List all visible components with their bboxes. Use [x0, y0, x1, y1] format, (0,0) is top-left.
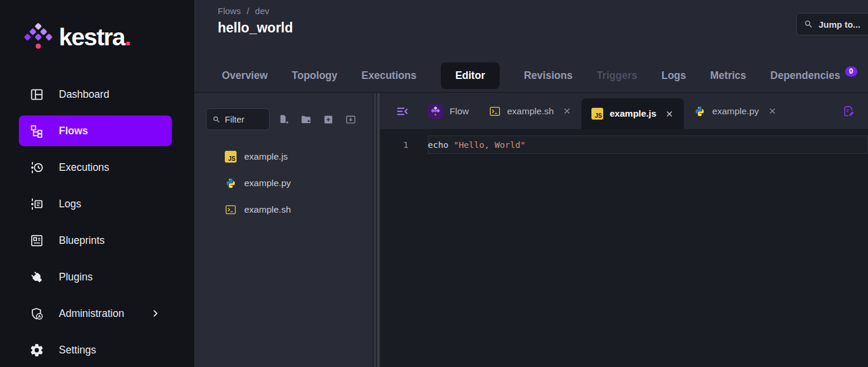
- sidebar-item-administration[interactable]: Administration: [19, 298, 172, 329]
- file-explorer-toolbar: [206, 108, 373, 130]
- new-file-icon[interactable]: [278, 114, 290, 125]
- main-area: Flows / dev hello_world Jump to... Overv…: [194, 0, 868, 367]
- chevron-right-icon: [149, 308, 161, 319]
- shell-file-icon: [489, 105, 501, 117]
- shell-file-icon: [225, 204, 237, 216]
- filter-input[interactable]: [225, 114, 261, 124]
- editor-tab-flow[interactable]: Flow: [418, 93, 479, 129]
- collapse-sidebar-icon[interactable]: [395, 104, 410, 118]
- app-window: kestra. Dashboard Flows: [0, 0, 868, 367]
- sidebar-item-label: Administration: [59, 308, 124, 320]
- sidebar-item-flows[interactable]: Flows: [19, 115, 172, 146]
- sidebar-item-label: Flows: [59, 125, 88, 137]
- code-line-1: 1 echo "Hello, World": [380, 135, 868, 154]
- add-box-icon[interactable]: [322, 114, 334, 125]
- sidebar-item-label: Settings: [59, 344, 96, 356]
- tab-logs[interactable]: Logs: [661, 70, 686, 82]
- file-row-example-py[interactable]: example.py: [194, 170, 373, 196]
- editor-tab-example-js[interactable]: JS example.js: [581, 98, 684, 129]
- editor-workspace: JS example.js example.py: [194, 92, 868, 367]
- editor-tab-label: example.sh: [507, 106, 554, 117]
- breadcrumb: Flows / dev: [218, 6, 270, 16]
- administration-icon: [29, 306, 44, 321]
- editor-tab-label: Flow: [450, 106, 469, 117]
- tab-revisions[interactable]: Revisions: [524, 70, 573, 82]
- file-name: example.py: [244, 178, 291, 189]
- sidebar-item-label: Logs: [59, 198, 81, 210]
- tab-editor[interactable]: Editor: [441, 62, 500, 89]
- sidebar-item-executions[interactable]: Executions: [19, 152, 172, 183]
- sidebar-item-plugins[interactable]: Plugins: [19, 262, 172, 292]
- breadcrumb-namespace[interactable]: dev: [255, 6, 269, 16]
- tab-overview[interactable]: Overview: [222, 70, 268, 82]
- sidebar: kestra. Dashboard Flows: [0, 0, 194, 367]
- dependencies-count-badge: 0: [845, 67, 857, 77]
- kestra-logo[interactable]: kestra.: [24, 21, 131, 53]
- page-title: hello_world: [218, 20, 293, 36]
- file-name: example.js: [244, 151, 288, 162]
- edit-flow-file-icon[interactable]: [842, 105, 855, 118]
- breadcrumb-flows[interactable]: Flows: [218, 6, 241, 16]
- executions-icon: [29, 160, 44, 175]
- file-toolbar-icons: [278, 114, 357, 125]
- kestra-logo-icon: [24, 21, 53, 53]
- jump-to-button[interactable]: Jump to...: [796, 13, 868, 35]
- tab-metrics[interactable]: Metrics: [710, 70, 746, 82]
- logs-icon: [29, 197, 44, 211]
- tab-dependencies[interactable]: Dependencies 0: [770, 70, 857, 82]
- search-icon: [804, 19, 813, 29]
- blueprints-icon: [29, 233, 44, 248]
- javascript-file-icon: JS: [591, 108, 603, 120]
- close-icon[interactable]: [665, 110, 674, 118]
- editor-tab-example-py[interactable]: example.py: [684, 93, 786, 129]
- breadcrumb-separator: /: [247, 6, 249, 16]
- close-icon[interactable]: [768, 107, 777, 115]
- editor-tab-bar: Flow example.sh JS example.js: [380, 93, 868, 129]
- kestra-wordmark: kestra.: [59, 24, 131, 51]
- sidebar-item-dashboard[interactable]: Dashboard: [19, 79, 172, 110]
- dashboard-icon: [29, 87, 44, 102]
- jump-to-label: Jump to...: [819, 19, 860, 29]
- code-content[interactable]: 1 echo "Hello, World": [380, 129, 868, 367]
- python-file-icon: [225, 177, 237, 189]
- editor-tab-example-sh[interactable]: example.sh: [479, 93, 581, 129]
- plugins-icon: [29, 270, 44, 285]
- line-number: 1: [380, 140, 408, 150]
- sidebar-item-label: Executions: [59, 161, 109, 174]
- search-icon: [212, 115, 221, 124]
- file-explorer-panel: JS example.js example.py: [194, 93, 373, 367]
- sidebar-item-blueprints[interactable]: Blueprints: [19, 225, 172, 256]
- import-folder-icon[interactable]: [345, 114, 357, 125]
- file-name: example.sh: [244, 204, 291, 215]
- new-folder-icon[interactable]: [300, 114, 312, 125]
- file-row-example-js[interactable]: JS example.js: [194, 143, 373, 170]
- flows-icon: [29, 124, 44, 138]
- file-row-example-sh[interactable]: example.sh: [194, 196, 373, 223]
- editor-tab-label: example.py: [712, 106, 759, 117]
- sidebar-item-logs[interactable]: Logs: [19, 189, 172, 219]
- kestra-flow-icon: [428, 104, 443, 119]
- tab-executions[interactable]: Executions: [361, 70, 416, 82]
- code-text: echo "Hello, World": [428, 140, 526, 150]
- python-file-icon: [694, 105, 706, 117]
- panel-resize-handle[interactable]: [373, 93, 380, 367]
- close-icon[interactable]: [563, 107, 571, 115]
- filter-box[interactable]: [206, 108, 270, 130]
- sidebar-item-label: Blueprints: [59, 234, 105, 247]
- javascript-file-icon: JS: [225, 151, 237, 163]
- file-list: JS example.js example.py: [194, 143, 373, 223]
- sidebar-item-settings[interactable]: Settings: [19, 335, 172, 365]
- sidebar-item-label: Dashboard: [59, 88, 109, 101]
- code-editor: Flow example.sh JS example.js: [380, 93, 868, 367]
- page-header: Flows / dev hello_world Jump to... Overv…: [194, 0, 868, 92]
- flow-tabs-bar: Overview Topology Executions Editor Revi…: [222, 62, 857, 89]
- editor-tab-label: example.js: [610, 108, 656, 119]
- tab-triggers: Triggers: [597, 70, 637, 82]
- settings-icon: [29, 343, 44, 358]
- sidebar-item-label: Plugins: [59, 271, 92, 283]
- tab-topology[interactable]: Topology: [292, 70, 337, 82]
- sidebar-nav: Dashboard Flows Executions: [19, 79, 172, 365]
